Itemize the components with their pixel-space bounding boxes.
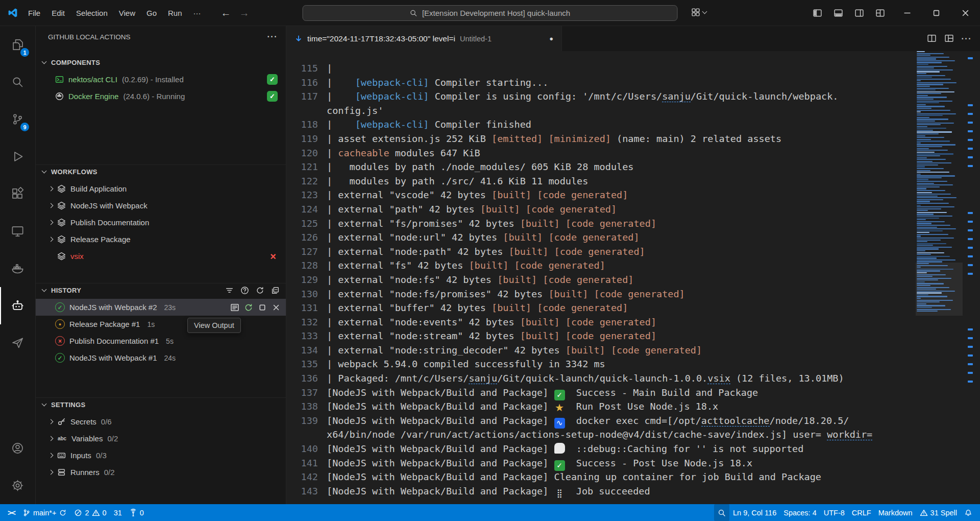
code-line[interactable]: 134| external "node:string_decoder" 42 b… bbox=[286, 343, 916, 358]
minimap-viewport[interactable] bbox=[916, 263, 963, 316]
code-line[interactable]: 122| modules by path ./src/ 41.6 KiB 11 … bbox=[286, 174, 916, 188]
code-line[interactable]: 129| external "node:fs" 42 bytes [built]… bbox=[286, 273, 916, 287]
activity-docker[interactable] bbox=[0, 250, 35, 287]
code-line[interactable]: x64/bin/node /var/run/act/actions/action… bbox=[286, 428, 916, 442]
menu-view[interactable]: View bbox=[113, 5, 141, 20]
code-line[interactable]: 141[NodeJS with Webpack/Build and Packag… bbox=[286, 456, 916, 470]
components-header[interactable]: COMPONENTS bbox=[36, 56, 286, 69]
component-item[interactable]: nektos/act CLI(0.2.69) - Installed✓ bbox=[36, 71, 286, 88]
indentation-status[interactable]: Spaces: 4 bbox=[780, 504, 820, 521]
menu-go[interactable]: Go bbox=[141, 5, 162, 20]
problems-status[interactable]: 2 0 bbox=[70, 504, 110, 521]
rerun-button[interactable] bbox=[244, 303, 253, 312]
remote-indicator[interactable]: >< bbox=[4, 504, 19, 521]
workflow-item[interactable]: Publish Documentation bbox=[36, 214, 286, 231]
activity-explorer[interactable]: 1 bbox=[0, 26, 35, 63]
activity-source-control[interactable]: 9 bbox=[0, 101, 35, 138]
go-forward-icon[interactable]: → bbox=[239, 7, 250, 19]
activity-run-debug[interactable] bbox=[0, 138, 35, 175]
tab-untitled-1[interactable]: time="2024-11-17T18:32:43-05:00" level=i… bbox=[286, 26, 562, 51]
code-line[interactable]: config.js' bbox=[286, 104, 916, 118]
settings-item-inputs[interactable]: Inputs0/3 bbox=[36, 447, 286, 464]
code-line[interactable]: 127| external "node:path" 42 bytes [buil… bbox=[286, 245, 916, 259]
profile-grid-icon[interactable] bbox=[691, 8, 706, 17]
code-line[interactable]: 140[NodeJS with Webpack/Build and Packag… bbox=[286, 442, 916, 456]
activity-account[interactable] bbox=[0, 430, 35, 467]
code-line[interactable]: 123| external "vscode" 42 bytes [built] … bbox=[286, 188, 916, 202]
menu-file[interactable]: File bbox=[22, 5, 46, 20]
workflow-error-icon[interactable]: × bbox=[270, 251, 276, 262]
code-line[interactable]: 135| webpack 5.94.0 compiled successfull… bbox=[286, 357, 916, 371]
code-line[interactable]: 131| external "buffer" 42 bytes [built] … bbox=[286, 301, 916, 315]
workflow-item[interactable]: Build Application bbox=[36, 180, 286, 197]
workflow-item[interactable]: NodeJS with Webpack bbox=[36, 197, 286, 214]
maximize-button[interactable] bbox=[922, 0, 951, 26]
toggle-secondary-sidebar-icon[interactable] bbox=[854, 8, 864, 18]
language-mode-status[interactable]: Markdown bbox=[875, 504, 916, 521]
activity-extensions[interactable] bbox=[0, 175, 35, 212]
history-item[interactable]: ✓NodeJS with Webpack #223s bbox=[36, 299, 286, 316]
code-line[interactable]: 115| bbox=[286, 61, 916, 76]
activity-github-local-actions[interactable] bbox=[0, 287, 35, 324]
menu-edit[interactable]: Edit bbox=[46, 5, 70, 20]
editor-layout-icon[interactable] bbox=[944, 34, 954, 43]
minimize-button[interactable] bbox=[893, 0, 922, 26]
activity-search[interactable] bbox=[0, 63, 35, 101]
code-line[interactable]: 136| Packaged: /mnt/c/Users/sanju/Git/qu… bbox=[286, 371, 916, 386]
activity-settings-gear[interactable] bbox=[0, 467, 35, 504]
code-line[interactable]: 130| external "node:fs/promises" 42 byte… bbox=[286, 287, 916, 301]
settings-item-variables[interactable]: abcVariables0/2 bbox=[36, 430, 286, 447]
code-line[interactable]: 120| cacheable modules 647 KiB bbox=[286, 146, 916, 160]
collapse-all-icon[interactable] bbox=[271, 286, 280, 295]
code-line[interactable]: 121| modules by path ./node_modules/ 605… bbox=[286, 160, 916, 174]
modified-dot-icon[interactable]: ● bbox=[549, 35, 553, 42]
refresh-icon[interactable] bbox=[256, 286, 264, 295]
code-line[interactable]: 118| [webpack-cli] Compiler finished bbox=[286, 117, 916, 132]
history-item[interactable]: ×Publish Documentation #15s bbox=[36, 333, 286, 349]
command-center-search[interactable]: [Extension Development Host] quick-launc… bbox=[303, 5, 678, 21]
code-line[interactable]: 125| external "fs/promises" 42 bytes [bu… bbox=[286, 217, 916, 231]
code-line[interactable]: 133| external "node:stream" 42 bytes [bu… bbox=[286, 329, 916, 343]
code-line[interactable]: 132| external "node:events" 42 bytes [bu… bbox=[286, 315, 916, 329]
code-line[interactable]: 138[NodeJS with Webpack/Build and Packag… bbox=[286, 399, 916, 414]
menu-overflow-icon[interactable]: ··· bbox=[188, 5, 207, 20]
settings-item-secrets[interactable]: Secrets0/6 bbox=[36, 413, 286, 430]
go-back-icon[interactable]: ← bbox=[221, 7, 231, 19]
minimap[interactable] bbox=[916, 51, 963, 504]
history-header[interactable]: HISTORY bbox=[36, 283, 286, 297]
eol-status[interactable]: CRLF bbox=[848, 504, 875, 521]
customize-layout-icon[interactable] bbox=[875, 8, 885, 18]
counter-status[interactable]: 31 bbox=[110, 504, 126, 521]
code-line[interactable]: 137[NodeJS with Webpack/Build and Packag… bbox=[286, 386, 916, 400]
code-line[interactable]: 128| external "fs" 42 bytes [built] [cod… bbox=[286, 258, 916, 273]
dismiss-button[interactable] bbox=[272, 303, 281, 312]
code-line[interactable]: 117| [webpack-cli] Compiler is using con… bbox=[286, 89, 916, 104]
menu-selection[interactable]: Selection bbox=[70, 5, 113, 20]
encoding-status[interactable]: UTF-8 bbox=[820, 504, 848, 521]
code-line[interactable]: 143[NodeJS with Webpack/Build and Packag… bbox=[286, 484, 916, 499]
menu-run[interactable]: Run bbox=[162, 5, 188, 20]
cursor-position-status[interactable]: Ln 9, Col 116 bbox=[729, 504, 780, 521]
filter-icon[interactable] bbox=[225, 286, 234, 295]
activity-remote-explorer[interactable] bbox=[0, 212, 35, 250]
more-actions-icon[interactable]: ··· bbox=[267, 32, 278, 41]
activity-publisher[interactable] bbox=[0, 324, 35, 362]
code-line[interactable]: 139[NodeJS with Webpack/Build and Packag… bbox=[286, 414, 916, 428]
code-line[interactable]: 124| external "path" 42 bytes [built] [c… bbox=[286, 202, 916, 217]
ports-status[interactable]: 0 bbox=[126, 504, 148, 521]
zoom-status[interactable] bbox=[714, 504, 729, 521]
component-item[interactable]: Docker Engine(24.0.6) - Running✓ bbox=[36, 88, 286, 105]
toggle-panel-icon[interactable] bbox=[834, 8, 843, 18]
toggle-primary-sidebar-icon[interactable] bbox=[813, 8, 822, 18]
more-actions-icon[interactable]: ··· bbox=[962, 34, 972, 43]
close-button[interactable] bbox=[951, 0, 980, 26]
code-line[interactable]: 119| asset extension.js 252 KiB [emitted… bbox=[286, 132, 916, 146]
notifications-status[interactable] bbox=[961, 504, 976, 521]
branch-status[interactable]: main*+ bbox=[19, 504, 71, 521]
spell-checker-status[interactable]: 31 Spell bbox=[916, 504, 961, 521]
stop-button[interactable] bbox=[258, 303, 267, 312]
workflow-item[interactable]: vsix× bbox=[36, 248, 286, 265]
code-line[interactable]: 126| external "node:url" 42 bytes [built… bbox=[286, 230, 916, 245]
help-icon[interactable] bbox=[240, 286, 249, 295]
workflow-item[interactable]: Release Package bbox=[36, 231, 286, 248]
